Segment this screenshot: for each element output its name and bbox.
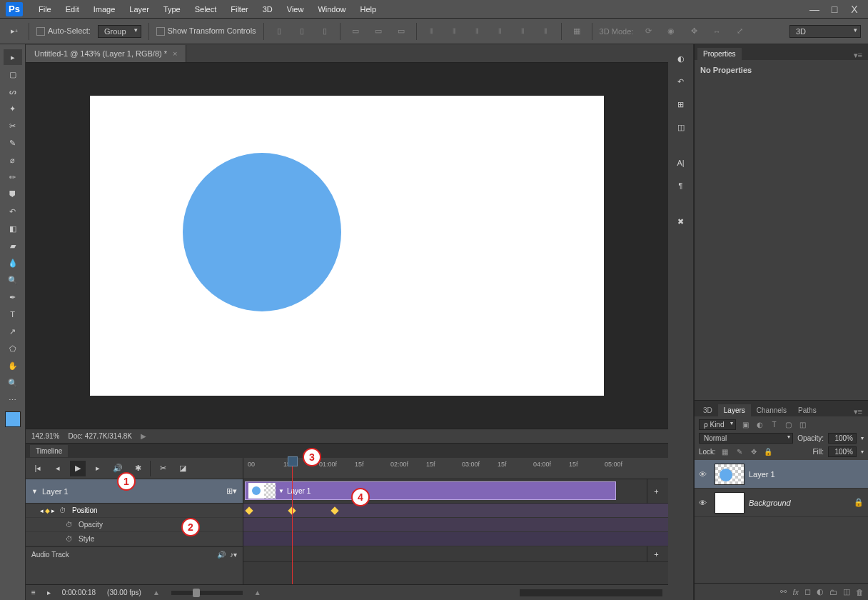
properties-tab[interactable]: Properties [697,48,742,60]
loop-icon[interactable]: ▸ [47,589,51,596]
canvas-area[interactable] [26,63,668,429]
filter-adjust-icon[interactable]: ◐ [755,420,764,430]
next-frame-button[interactable]: ▸ [90,461,106,476]
play-button[interactable]: ▶ [70,461,86,476]
distribute-5-icon[interactable]: ⫴ [515,24,531,39]
minimize-button[interactable]: — [807,4,822,15]
3d-tab[interactable]: 3D [697,404,718,416]
timeline-menu-icon[interactable]: ≡ [31,589,36,596]
character-icon[interactable]: A| [672,154,690,171]
go-first-frame-button[interactable]: |◂ [30,461,46,476]
align-right-icon[interactable]: ▯ [317,24,333,39]
position-property-row[interactable]: ◂◆▸ ⏱ Position [26,504,243,518]
layer-thumbnail[interactable] [715,492,745,514]
maximize-button[interactable]: □ [827,4,842,15]
menu-layer[interactable]: Layer [122,2,156,16]
filter-type-icon[interactable]: T [769,420,779,430]
path-tool[interactable]: ↗ [4,324,22,339]
new-layer-icon[interactable]: ◫ [843,587,850,596]
group-icon[interactable]: 🗀 [829,588,837,596]
paragraph-icon[interactable]: ¶ [672,177,690,194]
fill-input[interactable]: 100% [828,446,857,457]
brush-tool[interactable]: ✏ [4,169,22,185]
workspace-dropdown[interactable]: 3D [789,25,861,38]
close-tab-icon[interactable]: × [173,49,177,58]
auto-select-group-dropdown[interactable]: Group [98,25,141,38]
brush-settings-icon[interactable]: ✖ [672,213,690,230]
audio-track-row[interactable]: Audio Track 🔊 ♪▾ [26,546,243,562]
adjustments-icon[interactable]: ◐ [672,50,690,67]
gradient-tool[interactable]: ▰ [4,238,22,254]
visibility-icon[interactable]: 👁 [699,499,710,507]
align-middle-icon[interactable]: ▭ [370,24,386,39]
magic-wand-tool[interactable]: ✦ [4,101,22,116]
stopwatch-icon[interactable]: ⏱ [59,506,68,514]
auto-align-icon[interactable]: ▦ [569,24,585,39]
add-audio-button[interactable]: + [647,546,665,562]
distribute-2-icon[interactable]: ⫴ [447,24,463,39]
show-transform-checkbox[interactable]: Show Transform Controls [156,26,256,36]
style-track[interactable] [243,532,668,546]
shape-tool[interactable]: ⬠ [4,341,22,356]
menu-window[interactable]: Window [311,2,353,16]
filter-kind-dropdown[interactable]: ρ Kind [699,419,736,430]
menu-filter[interactable]: Filter [223,2,255,16]
auto-select-checkbox[interactable]: Auto-Select: [36,26,91,36]
keyframe[interactable] [245,506,253,514]
align-bottom-icon[interactable]: ▭ [393,24,409,39]
prev-frame-button[interactable]: ◂ [50,461,66,476]
distribute-1-icon[interactable]: ⫴ [424,24,440,39]
healing-brush-tool[interactable]: ⌀ [4,152,22,168]
menu-file[interactable]: File [31,2,59,16]
keyframe[interactable] [330,506,338,514]
close-button[interactable]: X [847,4,862,15]
delete-layer-icon[interactable]: 🗑 [856,588,864,596]
transition-button[interactable]: ◪ [175,461,191,476]
lock-all-icon[interactable]: 🔒 [763,447,773,457]
layer-options-icon[interactable]: ⊞▾ [226,486,237,496]
3d-pan-icon[interactable]: ✥ [686,24,702,39]
filter-pixel-icon[interactable]: ▣ [740,420,750,430]
menu-image[interactable]: Image [86,2,123,16]
3d-slide-icon[interactable]: ↔ [709,24,725,39]
lock-transparency-icon[interactable]: ▦ [720,447,730,457]
menu-help[interactable]: Help [353,2,384,16]
align-left-icon[interactable]: ▯ [271,24,287,39]
3d-roll-icon[interactable]: ◉ [663,24,679,39]
menu-type[interactable]: Type [156,2,188,16]
styles-icon[interactable]: ◫ [672,119,690,136]
eraser-tool[interactable]: ◧ [4,221,22,236]
stopwatch-icon[interactable]: ⏱ [66,535,74,543]
eyedropper-tool[interactable]: ✎ [4,135,22,151]
distribute-4-icon[interactable]: ⫴ [493,24,508,39]
lock-position-icon[interactable]: ✥ [749,447,759,457]
3d-scale-icon[interactable]: ⤢ [732,24,747,39]
history-icon[interactable]: ↶ [672,73,690,90]
opacity-input[interactable]: 100% [828,433,857,444]
channels-tab[interactable]: Channels [751,404,792,416]
layers-tab[interactable]: Layers [718,404,751,416]
align-center-h-icon[interactable]: ▯ [294,24,310,39]
horizontal-scrollbar[interactable] [520,589,662,596]
zoom-slider[interactable] [171,591,243,595]
lasso-tool[interactable]: ᔕ [4,84,22,99]
menu-view[interactable]: View [280,2,311,16]
align-top-icon[interactable]: ▭ [348,24,363,39]
pen-tool[interactable]: ✒ [4,289,22,305]
style-property-row[interactable]: ⏱ Style [26,532,243,546]
swatches-icon[interactable]: ⊞ [672,96,690,113]
paths-tab[interactable]: Paths [792,404,822,416]
split-clip-button[interactable]: ✂ [155,461,171,476]
audio-mute-icon[interactable]: 🔊 [217,551,226,559]
blend-mode-dropdown[interactable]: Normal [699,433,793,444]
lock-pixels-icon[interactable]: ✎ [735,447,745,457]
move-tool[interactable]: ▸ [4,49,22,65]
zoom-readout[interactable]: 142.91% [31,432,59,440]
filter-smart-icon[interactable]: ◫ [797,420,807,430]
link-layers-icon[interactable]: ⚯ [780,587,787,596]
position-track[interactable] [243,504,668,518]
opacity-property-row[interactable]: ⏱ Opacity [26,518,243,532]
marquee-tool[interactable]: ▢ [4,66,22,82]
edit-toolbar[interactable]: ⋯ [4,392,22,408]
opacity-track[interactable] [243,518,668,532]
